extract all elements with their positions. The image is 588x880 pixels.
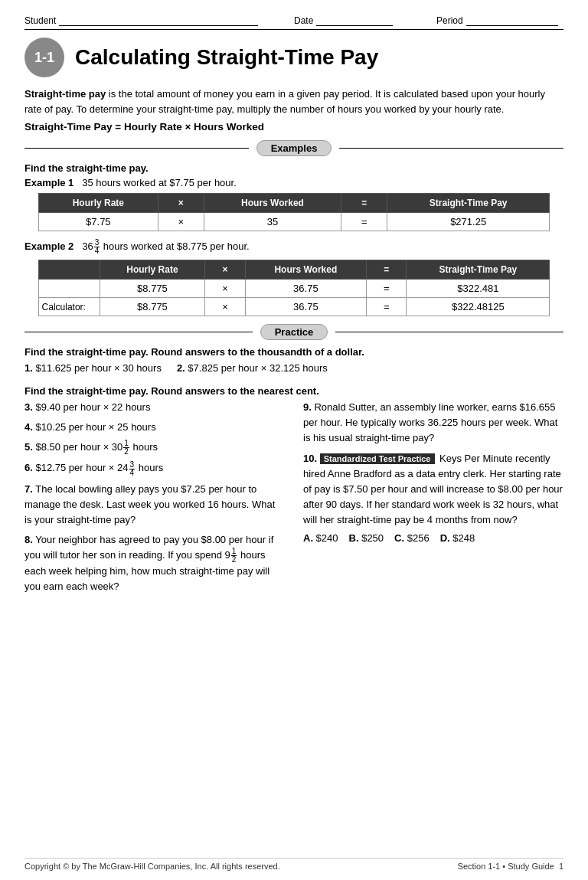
practice-g2-instruction: Find the straight-time pay. Round answer…	[24, 385, 564, 397]
ex1-col-hours: Hours Worked	[204, 194, 341, 213]
date-field: Date	[294, 14, 421, 26]
ex2-col-hours: Hours Worked	[245, 260, 366, 280]
ex1-eq: =	[341, 213, 387, 231]
formula-line: Straight-Time Pay = Hourly Rate × Hours …	[24, 121, 564, 132]
ex2-col-blank	[38, 260, 100, 280]
ex2-r2-hours: 36.75	[245, 298, 366, 316]
date-label: Date	[294, 15, 313, 26]
problem-9: 9. Ronald Sutter, an assembly line worke…	[303, 400, 564, 446]
problem-1: 1. $11.625 per hour × 30 hours	[24, 361, 162, 376]
problem-8: 8. Your neighbor has agreed to pay you $…	[24, 532, 285, 594]
practice-line-left	[24, 332, 253, 332]
problems-left: 3. $9.40 per hour × 22 hours 4. $10.25 p…	[24, 400, 297, 599]
period-label: Period	[436, 15, 463, 26]
ex2-r2-hourly: $8.775	[100, 298, 205, 316]
ex1-col-pay: Straight-Time Pay	[387, 194, 550, 213]
practice-line-right	[335, 332, 564, 332]
practice-section-header: Practice	[24, 324, 564, 340]
lesson-badge: 1-1	[24, 38, 64, 77]
ex1-col-eq: =	[341, 194, 387, 213]
period-field: Period	[436, 14, 564, 26]
ex2-r1-hours: 36.75	[245, 280, 366, 298]
example2-table: Hourly Rate × Hours Worked = Straight-Ti…	[38, 260, 550, 316]
ex1-hours: 35	[204, 213, 341, 231]
header-row: Student Date Period	[24, 14, 564, 30]
example1-desc: Example 1 35 hours worked at $7.75 per h…	[24, 177, 564, 188]
student-line	[59, 14, 258, 26]
ex1-hourly: $7.75	[38, 213, 158, 231]
examples-label: Examples	[256, 140, 332, 156]
practice-g1-problems: 1. $11.625 per hour × 30 hours 2. $7.825…	[24, 361, 564, 381]
choice-d: D. $248	[440, 531, 475, 546]
problems-right: 9. Ronald Sutter, an assembly line worke…	[297, 400, 564, 599]
period-line	[466, 14, 558, 26]
student-label: Student	[24, 15, 56, 26]
ex2-col-eq: =	[367, 260, 407, 280]
ex2-r1-label	[38, 280, 100, 298]
ex2-r2-mult: ×	[205, 298, 245, 316]
title-section: 1-1 Calculating Straight-Time Pay	[24, 38, 564, 77]
choice-a: A. $240	[303, 531, 338, 546]
ex2-col-mult: ×	[205, 260, 245, 280]
problem-6: 6. $12.75 per hour × 2434 hours	[24, 460, 285, 476]
problem-4: 4. $10.25 per hour × 25 hours	[24, 420, 285, 435]
ex1-col-hourly: Hourly Rate	[38, 194, 158, 213]
practice-g1-instruction: Find the straight-time pay. Round answer…	[24, 346, 564, 358]
section-line-left	[24, 148, 249, 149]
ex2-r2-pay: $322.48125	[407, 298, 550, 316]
problem-5: 5. $8.50 per hour × 3012 hours	[24, 440, 285, 456]
practice-label: Practice	[260, 324, 328, 340]
practice-group1: Find the straight-time pay. Round answer…	[24, 346, 564, 381]
choice-b: B. $250	[349, 531, 384, 546]
example2-block: Example 2 3634 hours worked at $8.775 pe…	[24, 239, 564, 316]
ex2-col-hourly: Hourly Rate	[100, 260, 205, 280]
ex2-col-pay: Straight-Time Pay	[407, 260, 550, 280]
footer-copyright: Copyright © by The McGraw-Hill Companies…	[24, 862, 280, 871]
problem-7: 7. The local bowling alley pays you $7.2…	[24, 482, 285, 528]
page-title: Calculating Straight-Time Pay	[75, 45, 378, 70]
student-field: Student	[24, 14, 279, 26]
ex2-r1-eq: =	[367, 280, 407, 298]
ex1-pay: $271.25	[387, 213, 550, 231]
ex1-col-mult: ×	[158, 194, 204, 213]
example2-label: Example 2	[24, 240, 74, 252]
example1-block: Example 1 35 hours worked at $7.75 per h…	[24, 177, 564, 231]
find-label: Find the straight-time pay.	[24, 162, 564, 174]
problem-10: 10. Standardized Test Practice Keys Per …	[303, 451, 564, 547]
example2-desc: Example 2 3634 hours worked at $8.775 pe…	[24, 239, 564, 255]
section-line-right	[339, 148, 564, 149]
answer-choices: A. $240 B. $250 C. $256 D. $248	[303, 531, 564, 546]
choice-c: C. $256	[394, 531, 430, 546]
ex1-mult: ×	[158, 213, 204, 231]
problem-2: 2. $7.825 per hour × 32.125 hours	[177, 361, 328, 376]
ex2-r2-label: Calculator:	[38, 298, 100, 316]
example1-label: Example 1	[24, 177, 74, 188]
footer-section: Section 1-1 • Study Guide 1	[458, 862, 564, 871]
example2-row2: Calculator: $8.775 × 36.75 = $322.48125	[38, 298, 550, 316]
problems-grid: 3. $9.40 per hour × 22 hours 4. $10.25 p…	[24, 400, 564, 599]
date-line	[316, 14, 393, 26]
ex2-r1-pay: $322.481	[407, 280, 550, 298]
ex2-r1-mult: ×	[205, 280, 245, 298]
example1-table: Hourly Rate × Hours Worked = Straight-Ti…	[38, 193, 550, 231]
practice-group2: Find the straight-time pay. Round answer…	[24, 385, 564, 599]
ex2-r1-hourly: $8.775	[100, 280, 205, 298]
footer: Copyright © by The McGraw-Hill Companies…	[24, 858, 564, 871]
problem-3: 3. $9.40 per hour × 22 hours	[24, 400, 285, 415]
stp-badge: Standardized Test Practice	[320, 453, 435, 464]
example2-row1: $8.775 × 36.75 = $322.481	[38, 280, 550, 298]
intro-paragraph: Straight-time pay is the total amount of…	[24, 87, 564, 116]
examples-section-header: Examples	[24, 140, 564, 156]
ex2-r2-eq: =	[367, 298, 407, 316]
example1-row: $7.75 × 35 = $271.25	[38, 213, 550, 231]
page: Student Date Period 1-1 Calculating Stra…	[0, 0, 588, 880]
example2-text: 3634 hours worked at $8.775 per hour.	[82, 240, 249, 252]
